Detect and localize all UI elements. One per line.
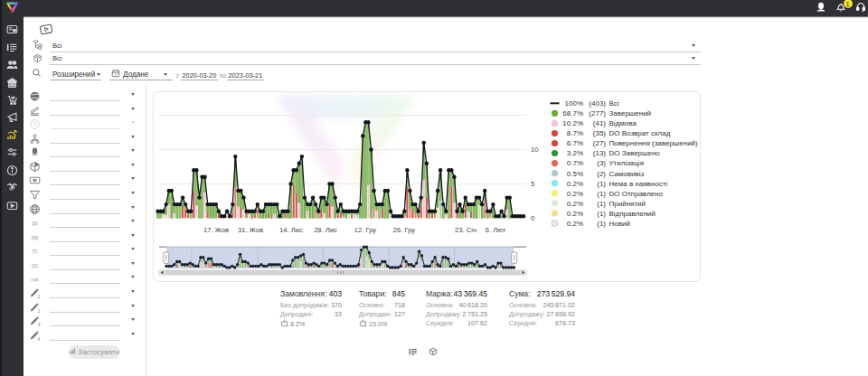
svg-text:3: 3 bbox=[38, 322, 41, 327]
svg-text:Повернення (завершений): Повернення (завершений) bbox=[609, 139, 699, 147]
svg-text:12. Гру: 12. Гру bbox=[354, 226, 376, 234]
svg-text:4: 4 bbox=[38, 335, 41, 341]
svg-text:{M}: {M} bbox=[32, 235, 39, 240]
svg-text:6. Лют: 6. Лют bbox=[486, 226, 506, 234]
svg-text:DO Возврат склад: DO Возврат склад bbox=[609, 129, 671, 137]
svg-text:(3): (3) bbox=[597, 159, 606, 167]
svg-text:3.2%: 3.2% bbox=[567, 149, 583, 157]
svg-text:Відмова: Відмова bbox=[609, 119, 637, 127]
svg-text:31. Жов: 31. Жов bbox=[238, 226, 263, 234]
svg-text:0.2%: 0.2% bbox=[567, 200, 583, 208]
svg-text:(1): (1) bbox=[597, 190, 606, 198]
svg-text:?: ? bbox=[33, 121, 37, 127]
svg-text:5: 5 bbox=[531, 180, 534, 188]
svg-text:DO Завершено: DO Завершено bbox=[609, 149, 661, 157]
svg-text:23. Січ: 23. Січ bbox=[455, 226, 476, 234]
svg-text:Утилізація: Утилізація bbox=[609, 159, 644, 167]
svg-text:10: 10 bbox=[531, 146, 538, 154]
svg-text:Всі: Всі bbox=[609, 99, 619, 108]
svg-text:(277): (277) bbox=[589, 109, 606, 118]
svg-text:68.7%: 68.7% bbox=[562, 109, 583, 118]
svg-text:14. Лис: 14. Лис bbox=[279, 226, 303, 234]
svg-text:0.2%: 0.2% bbox=[567, 180, 583, 188]
svg-text:{T}: {T} bbox=[32, 249, 38, 254]
svg-text:8.7%: 8.7% bbox=[567, 129, 583, 137]
svg-text:(1): (1) bbox=[597, 200, 606, 208]
svg-text:1: 1 bbox=[38, 294, 41, 299]
svg-text:(35): (35) bbox=[593, 129, 607, 137]
svg-text:0: 0 bbox=[531, 214, 534, 222]
svg-text:17: 17 bbox=[114, 73, 118, 77]
svg-text:0.2%: 0.2% bbox=[567, 220, 583, 228]
svg-text:100%: 100% bbox=[565, 99, 583, 108]
svg-text:(2): (2) bbox=[597, 170, 606, 178]
svg-text:0.5%: 0.5% bbox=[567, 170, 583, 178]
svg-text:x: x bbox=[287, 324, 288, 327]
svg-text:(1): (1) bbox=[597, 180, 606, 188]
svg-text:10.2%: 10.2% bbox=[562, 119, 583, 127]
svg-text:Завершений: Завершений bbox=[609, 109, 652, 118]
svg-text:(403): (403) bbox=[589, 99, 606, 108]
svg-text:6.7%: 6.7% bbox=[567, 139, 583, 147]
svg-text:Нема в наявності: Нема в наявності bbox=[609, 180, 668, 188]
svg-text:Самовивіз: Самовивіз bbox=[609, 170, 645, 178]
svg-text:2: 2 bbox=[38, 307, 41, 313]
svg-text:{S}: {S} bbox=[32, 221, 38, 226]
svg-text:Прийнятий: Прийнятий bbox=[609, 200, 646, 208]
svg-text:26. Гру: 26. Гру bbox=[393, 226, 415, 234]
svg-text:28. Лис: 28. Лис bbox=[314, 226, 337, 234]
svg-text:(13): (13) bbox=[593, 149, 607, 157]
svg-text:(41): (41) bbox=[593, 119, 607, 127]
svg-text:(1): (1) bbox=[597, 210, 606, 218]
svg-text:0.2%: 0.2% bbox=[567, 210, 583, 218]
svg-text:{C}: {C} bbox=[32, 263, 38, 268]
svg-text:DO Отправлено: DO Отправлено bbox=[609, 190, 664, 198]
svg-text:0.7%: 0.7% bbox=[567, 159, 583, 167]
svg-text:x: x bbox=[365, 324, 367, 327]
svg-text:Новий: Новий bbox=[609, 220, 630, 228]
svg-text:0.2%: 0.2% bbox=[567, 190, 583, 198]
svg-text:(27): (27) bbox=[593, 139, 607, 147]
svg-text:17. Жов: 17. Жов bbox=[203, 226, 229, 234]
svg-text:(1): (1) bbox=[597, 220, 606, 228]
svg-text:{CB}: {CB} bbox=[31, 277, 39, 282]
svg-text:Відправлений: Відправлений bbox=[609, 210, 656, 218]
